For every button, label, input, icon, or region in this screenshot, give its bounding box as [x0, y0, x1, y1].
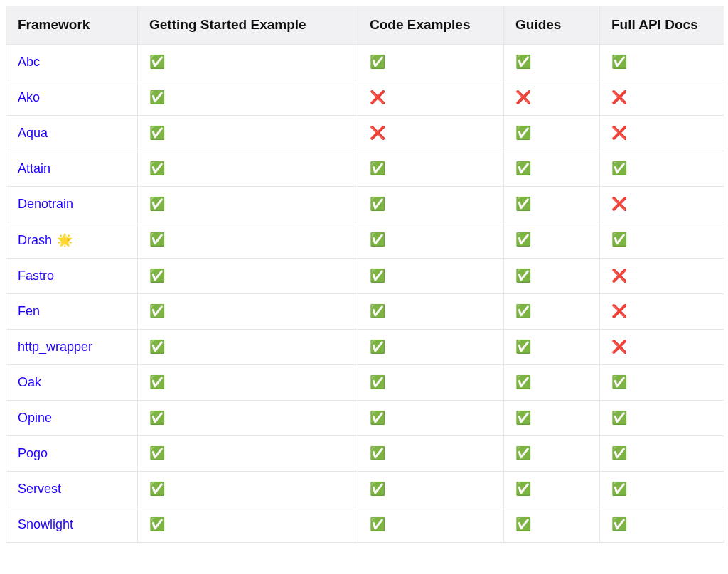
check-icon: ✅ [515, 340, 531, 354]
framework-link[interactable]: Opine [18, 411, 52, 425]
table-row: Oak✅✅✅✅ [6, 364, 724, 400]
framework-link[interactable]: Fen [18, 304, 40, 318]
cell-framework: Denotrain [6, 186, 138, 222]
col-header-guides: Guides [504, 6, 600, 45]
table-row: Fastro✅✅✅❌ [6, 258, 724, 293]
check-icon: ✅ [611, 161, 627, 175]
cell-guides: ✅ [504, 44, 600, 80]
cell-framework: Pogo [6, 435, 138, 471]
cell-framework: Attain [6, 151, 138, 186]
framework-link[interactable]: Denotrain [18, 197, 73, 211]
cell-getting-started: ✅ [138, 400, 358, 435]
check-icon: ✅ [611, 375, 627, 389]
cell-full-api-docs: ✅ [600, 400, 724, 435]
table-row: http_wrapper✅✅✅❌ [6, 329, 724, 364]
cell-full-api-docs: ✅ [600, 364, 724, 400]
check-icon: ✅ [149, 269, 165, 283]
check-icon: ✅ [370, 232, 385, 247]
cell-code-examples: ❌ [358, 80, 504, 115]
cell-getting-started: ✅ [138, 186, 358, 222]
framework-link[interactable]: Aqua [18, 126, 48, 140]
cell-getting-started: ✅ [138, 80, 358, 115]
check-icon: ✅ [515, 304, 531, 318]
cell-full-api-docs: ❌ [600, 329, 724, 364]
cell-full-api-docs: ✅ [600, 151, 724, 186]
cell-getting-started: ✅ [138, 364, 358, 400]
cell-code-examples: ✅ [358, 329, 504, 364]
check-icon: ✅ [515, 232, 531, 247]
col-header-full-api-docs: Full API Docs [600, 6, 724, 45]
framework-link[interactable]: Ako [18, 90, 40, 104]
cell-getting-started: ✅ [138, 115, 358, 151]
check-icon: ✅ [370, 340, 385, 354]
check-icon: ✅ [149, 411, 165, 425]
cell-getting-started: ✅ [138, 151, 358, 186]
cell-guides: ✅ [504, 186, 600, 222]
cell-code-examples: ✅ [358, 151, 504, 186]
check-icon: ✅ [370, 482, 385, 496]
check-icon: ✅ [515, 517, 531, 531]
cell-guides: ✅ [504, 293, 600, 329]
framework-link[interactable]: Fastro [18, 269, 54, 283]
framework-link[interactable]: Servest [18, 482, 61, 496]
cell-framework: Oak [6, 364, 138, 400]
cell-code-examples: ✅ [358, 435, 504, 471]
framework-link[interactable]: Drash [18, 233, 52, 247]
star-icon: 🌟 [53, 233, 73, 247]
cell-code-examples: ✅ [358, 293, 504, 329]
cell-code-examples: ✅ [358, 364, 504, 400]
cell-full-api-docs: ❌ [600, 80, 724, 115]
cell-getting-started: ✅ [138, 329, 358, 364]
cell-getting-started: ✅ [138, 222, 358, 258]
check-icon: ✅ [149, 197, 165, 211]
framework-link[interactable]: Snowlight [18, 517, 73, 531]
cell-framework: Drash 🌟 [6, 222, 138, 258]
col-header-getting-started: Getting Started Example [138, 6, 358, 45]
table-row: Denotrain✅✅✅❌ [6, 186, 724, 222]
col-header-code-examples: Code Examples [358, 6, 504, 45]
cell-framework: Abc [6, 44, 138, 80]
cell-guides: ✅ [504, 222, 600, 258]
cell-code-examples: ✅ [358, 258, 504, 293]
cross-icon: ❌ [370, 126, 385, 140]
cell-guides: ✅ [504, 258, 600, 293]
framework-link[interactable]: http_wrapper [18, 340, 92, 354]
check-icon: ✅ [370, 411, 385, 425]
cell-code-examples: ✅ [358, 507, 504, 542]
check-icon: ✅ [515, 482, 531, 496]
table-row: Ako✅❌❌❌ [6, 80, 724, 115]
check-icon: ✅ [515, 446, 531, 460]
table-row: Fen✅✅✅❌ [6, 293, 724, 329]
cell-getting-started: ✅ [138, 507, 358, 542]
check-icon: ✅ [515, 197, 531, 211]
table-row: Abc✅✅✅✅ [6, 44, 724, 80]
cell-framework: Ako [6, 80, 138, 115]
framework-link[interactable]: Abc [18, 55, 40, 69]
check-icon: ✅ [611, 411, 627, 425]
check-icon: ✅ [149, 446, 165, 460]
framework-link[interactable]: Oak [18, 375, 41, 389]
framework-link[interactable]: Attain [18, 161, 50, 175]
check-icon: ✅ [370, 375, 385, 389]
cell-full-api-docs: ❌ [600, 258, 724, 293]
cell-full-api-docs: ❌ [600, 186, 724, 222]
cell-framework: http_wrapper [6, 329, 138, 364]
framework-link[interactable]: Pogo [18, 446, 48, 460]
cross-icon: ❌ [611, 304, 627, 318]
cross-icon: ❌ [611, 90, 627, 104]
check-icon: ✅ [149, 161, 165, 175]
cell-code-examples: ✅ [358, 400, 504, 435]
check-icon: ✅ [149, 340, 165, 354]
check-icon: ✅ [515, 161, 531, 175]
check-icon: ✅ [149, 232, 165, 247]
check-icon: ✅ [515, 269, 531, 283]
cell-guides: ✅ [504, 507, 600, 542]
cross-icon: ❌ [515, 90, 531, 104]
check-icon: ✅ [149, 55, 165, 69]
table-row: Pogo✅✅✅✅ [6, 435, 724, 471]
cell-framework: Servest [6, 471, 138, 507]
cell-framework: Snowlight [6, 507, 138, 542]
cell-guides: ✅ [504, 471, 600, 507]
cell-full-api-docs: ✅ [600, 44, 724, 80]
cross-icon: ❌ [611, 340, 627, 354]
